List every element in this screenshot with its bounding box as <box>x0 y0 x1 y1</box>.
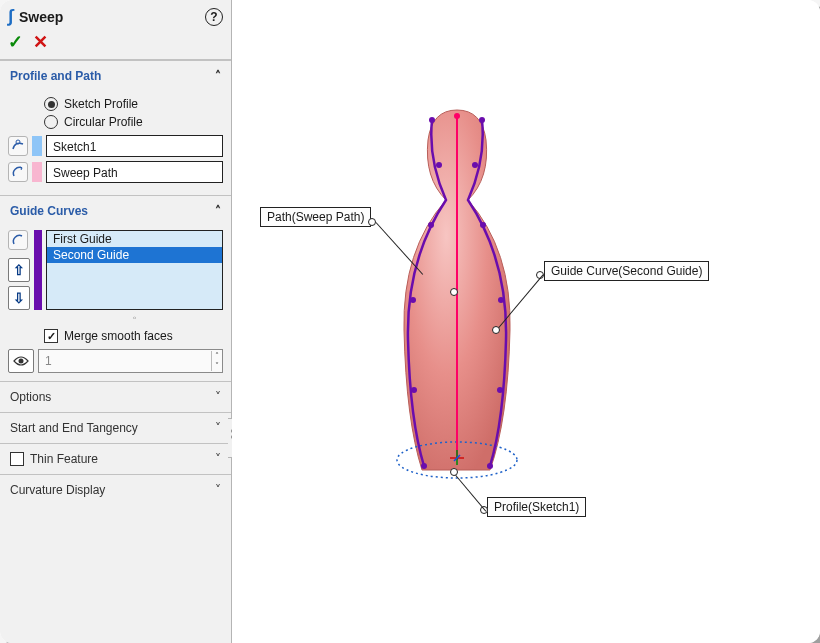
svg-point-5 <box>436 162 442 168</box>
section-header-thin-feature[interactable]: Thin Feature ˅ <box>0 444 231 474</box>
svg-point-8 <box>411 387 417 393</box>
svg-point-9 <box>421 463 427 469</box>
callout-label: Guide Curve(Second Guide) <box>544 261 709 281</box>
svg-point-15 <box>487 463 493 469</box>
radio-icon <box>44 97 58 111</box>
ok-button[interactable]: ✓ <box>8 31 23 53</box>
list-item[interactable]: Second Guide <box>47 247 222 263</box>
guide-curves-list[interactable]: First Guide Second Guide <box>46 230 223 310</box>
chevron-up-icon: ˄ <box>215 69 221 83</box>
value-text: 1 <box>39 354 211 368</box>
leader-target-icon <box>450 468 458 476</box>
checkbox-label: Merge smooth faces <box>64 329 173 343</box>
section-header-tangency[interactable]: Start and End Tangency ˅ <box>0 413 231 443</box>
visibility-value-input[interactable]: 1 ˄ ˅ <box>38 349 223 373</box>
property-manager-panel: ∫ Sweep ? ✓ ✕ Profile and Path ˄ Sketch … <box>0 0 232 643</box>
radio-icon <box>44 115 58 129</box>
callout-label: Profile(Sketch1) <box>487 497 586 517</box>
cancel-button[interactable]: ✕ <box>33 31 48 53</box>
callout-path: Path(Sweep Path) <box>260 210 371 224</box>
graphics-viewport[interactable]: Path(Sweep Path) Guide Curve(Second Guid… <box>232 0 820 643</box>
callout-profile: Profile(Sketch1) <box>487 500 586 514</box>
sweep-feature-icon: ∫ <box>8 6 13 27</box>
section-title: Thin Feature <box>30 452 215 466</box>
guide-type-icon[interactable] <box>8 230 28 250</box>
profile-type-icon[interactable] <box>8 136 28 156</box>
list-item[interactable]: First Guide <box>47 231 222 247</box>
leader-target-icon <box>492 326 500 334</box>
radio-label: Sketch Profile <box>64 97 138 111</box>
path-swatch <box>32 162 42 182</box>
svg-point-11 <box>472 162 478 168</box>
section-title: Start and End Tangency <box>10 421 138 435</box>
chevron-down-icon: ˅ <box>215 452 221 466</box>
callout-label: Path(Sweep Path) <box>260 207 371 227</box>
section-header-options[interactable]: Options ˅ <box>0 382 231 412</box>
move-up-button[interactable]: ⇧ <box>8 258 30 282</box>
chevron-up-icon: ˄ <box>215 204 221 218</box>
chevron-down-icon: ˅ <box>215 421 221 435</box>
checkbox-merge-smooth-faces[interactable]: Merge smooth faces <box>8 323 223 345</box>
section-title: Options <box>10 390 51 404</box>
visibility-button[interactable] <box>8 349 34 373</box>
path-selection-field[interactable]: Sweep Path <box>46 161 223 183</box>
svg-point-3 <box>454 113 460 119</box>
radio-label: Circular Profile <box>64 115 143 129</box>
svg-point-4 <box>429 117 435 123</box>
checkbox-icon <box>10 452 24 466</box>
section-title: Curvature Display <box>10 483 105 497</box>
svg-point-13 <box>498 297 504 303</box>
chevron-down-icon: ˅ <box>215 390 221 404</box>
radio-circular-profile[interactable]: Circular Profile <box>8 113 223 131</box>
svg-point-14 <box>497 387 503 393</box>
stepper-down-icon[interactable]: ˅ <box>212 361 222 371</box>
checkbox-icon <box>44 329 58 343</box>
svg-point-1 <box>19 359 24 364</box>
svg-point-12 <box>480 222 486 228</box>
feature-title: Sweep <box>19 9 199 25</box>
svg-point-6 <box>428 222 434 228</box>
profile-swatch <box>32 136 42 156</box>
section-header-guide-curves[interactable]: Guide Curves ˄ <box>0 196 231 226</box>
section-header-curvature-display[interactable]: Curvature Display ˅ <box>0 475 231 505</box>
help-icon[interactable]: ? <box>205 8 223 26</box>
path-type-icon[interactable] <box>8 162 28 182</box>
svg-point-10 <box>479 117 485 123</box>
stepper-up-icon[interactable]: ˄ <box>212 351 222 361</box>
leader-target-icon <box>450 288 458 296</box>
radio-sketch-profile[interactable]: Sketch Profile <box>8 95 223 113</box>
section-header-profile-path[interactable]: Profile and Path ˄ <box>0 61 231 91</box>
guide-swatch <box>34 230 42 310</box>
section-title: Profile and Path <box>10 69 101 83</box>
profile-selection-field[interactable]: Sketch1 <box>46 135 223 157</box>
model-preview <box>232 0 820 643</box>
move-down-button[interactable]: ⇩ <box>8 286 30 310</box>
section-title: Guide Curves <box>10 204 88 218</box>
svg-point-7 <box>410 297 416 303</box>
list-resize-handle[interactable]: ◦ <box>46 312 223 323</box>
callout-guide: Guide Curve(Second Guide) <box>544 264 709 278</box>
chevron-down-icon: ˅ <box>215 483 221 497</box>
